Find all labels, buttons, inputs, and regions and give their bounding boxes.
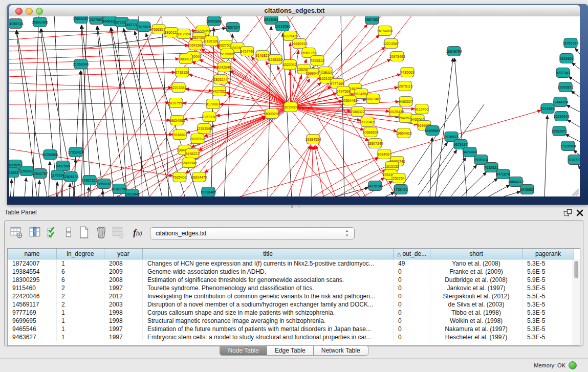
- graph-edge[interactable]: [314, 146, 324, 196]
- graph-edge[interactable]: [9, 72, 176, 77]
- table-row[interactable]: 2242004622012Investigating the contribut…: [8, 292, 580, 300]
- delete-table-trash-icon[interactable]: [95, 226, 109, 240]
- table-settings-icon[interactable]: [10, 226, 24, 240]
- table-row[interactable]: 969969511998Structural magnetic resonanc…: [8, 317, 580, 325]
- graph-edge[interactable]: [69, 183, 70, 196]
- graph-edge[interactable]: [138, 16, 142, 196]
- graph-node-label: 20691406: [32, 20, 48, 24]
- graph-edge[interactable]: [448, 165, 477, 196]
- table-cell: Franke et al. (2009): [430, 268, 522, 276]
- graph-node-label: 10807487: [365, 97, 381, 101]
- column-header-out-de-[interactable]: △out_de...: [394, 249, 430, 259]
- graph-edge[interactable]: [296, 108, 398, 132]
- graph-edge[interactable]: [9, 59, 179, 63]
- close-panel-icon[interactable]: [576, 209, 583, 216]
- column-header-title[interactable]: title: [143, 249, 394, 259]
- graph-edge[interactable]: [9, 87, 172, 91]
- graph-edge[interactable]: [567, 120, 580, 129]
- graph-edge[interactable]: [430, 137, 432, 196]
- column-header-pagerank[interactable]: pagerank: [522, 249, 574, 259]
- graph-edge[interactable]: [494, 191, 521, 196]
- import-table-disabled-icon[interactable]: [111, 226, 125, 240]
- graph-edge[interactable]: [575, 48, 580, 57]
- graph-node-label: 7632621: [484, 166, 498, 169]
- table-row[interactable]: 1830029562008Estimation of significance …: [8, 276, 580, 284]
- table-cell: 2008: [104, 276, 143, 284]
- graph-edge[interactable]: [571, 91, 580, 99]
- graph-node-label: 3684067: [377, 152, 391, 156]
- table-cell: Dudbridge et al. (2008): [430, 276, 522, 284]
- graph-edge[interactable]: [341, 16, 344, 196]
- graph-edge[interactable]: [82, 25, 104, 196]
- graph-edge[interactable]: [454, 58, 467, 196]
- graph-edge[interactable]: [25, 178, 26, 196]
- graph-node-label: 10543382: [187, 43, 203, 47]
- graph-node-label: 8471676: [496, 172, 510, 176]
- graph-edge[interactable]: [9, 119, 170, 120]
- graph-edge[interactable]: [572, 62, 580, 72]
- graph-edge[interactable]: [185, 89, 286, 106]
- graph-edge[interactable]: [437, 158, 466, 196]
- graph-edge[interactable]: [428, 150, 457, 193]
- network-canvas[interactable]: 1872400718300295193845547663822386012389…: [9, 16, 580, 196]
- graph-edge[interactable]: [9, 133, 173, 135]
- column-header-in-degree[interactable]: in_degree: [57, 249, 104, 259]
- float-panel-icon[interactable]: [563, 209, 572, 217]
- tab-node-table[interactable]: Node Table: [220, 345, 267, 356]
- graph-node-label: 1733426: [394, 188, 407, 191]
- table-vertical-scrollbar[interactable]: [573, 259, 580, 345]
- graph-edge[interactable]: [123, 29, 163, 196]
- graph-edge[interactable]: [9, 51, 241, 59]
- graph-edge[interactable]: [81, 25, 91, 196]
- graph-node-label: 15720407: [359, 120, 375, 124]
- graph-edge[interactable]: [97, 26, 127, 196]
- graph-edge[interactable]: [459, 172, 487, 196]
- column-header-name[interactable]: name: [8, 249, 57, 259]
- function-builder-icon[interactable]: f(x): [130, 226, 145, 240]
- table-row[interactable]: 1872400712008Changes of HCN gene express…: [8, 259, 580, 268]
- new-table-document-icon[interactable]: [77, 226, 92, 240]
- table-selector-combobox[interactable]: citations_edges.txt ▲▼: [150, 227, 355, 239]
- table-row[interactable]: 1938455462009Genome-wide association stu…: [8, 268, 580, 276]
- graph-node-label: 19384554: [305, 138, 321, 141]
- select-all-checks-icon[interactable]: [46, 226, 60, 240]
- column-header-short[interactable]: short: [430, 249, 522, 259]
- graph-edge[interactable]: [55, 16, 163, 196]
- graph-edge[interactable]: [418, 142, 448, 185]
- graph-node-label: 16154808: [377, 29, 393, 33]
- graph-edge[interactable]: [111, 28, 137, 196]
- table-cell: 0: [394, 292, 430, 300]
- graph-edge[interactable]: [38, 180, 39, 196]
- table-row[interactable]: 1456911722003Disruption of a novel membe…: [8, 300, 580, 309]
- graph-edge[interactable]: [135, 31, 186, 196]
- canvas-resize-grip[interactable]: [572, 189, 579, 195]
- graph-edge[interactable]: [381, 192, 395, 196]
- graph-edge[interactable]: [545, 115, 548, 196]
- graph-edge[interactable]: [49, 161, 50, 196]
- tab-edge-table[interactable]: Edge Table: [267, 345, 314, 356]
- table-row[interactable]: 911546021997Tourette syndrome. Phenomeno…: [8, 284, 580, 292]
- graph-edge[interactable]: [97, 26, 114, 196]
- graph-node-label: 19654923: [396, 132, 411, 135]
- scrollbar-thumb[interactable]: [574, 261, 578, 278]
- graph-edge[interactable]: [298, 146, 312, 196]
- graph-edge[interactable]: [10, 179, 12, 196]
- graph-edge[interactable]: [162, 16, 169, 196]
- graph-edge[interactable]: [578, 165, 580, 172]
- graph-edge[interactable]: [102, 190, 103, 196]
- network-window-titlebar[interactable]: citations_edges.txt: [9, 5, 580, 17]
- graph-edge[interactable]: [204, 110, 287, 173]
- table-cell: Structural magnetic resonance image aver…: [143, 317, 394, 325]
- table-row[interactable]: 946362711997Embryonic stem cells: a mode…: [8, 333, 580, 341]
- tab-network-table[interactable]: Network Table: [314, 345, 368, 356]
- table-row[interactable]: 946554611997Estimation of the future num…: [8, 325, 580, 333]
- graph-node-label: 8498222: [185, 152, 199, 156]
- show-columns-icon[interactable]: [28, 226, 42, 240]
- table-cell: 2: [57, 284, 104, 292]
- clear-selection-boxes-icon[interactable]: [62, 226, 76, 240]
- graph-edge[interactable]: [567, 105, 580, 114]
- memory-status-indicator-icon[interactable]: [569, 361, 577, 369]
- column-header-year[interactable]: year: [104, 249, 143, 259]
- table-row[interactable]: 977716911998Corpus callosum shape and si…: [8, 309, 580, 317]
- graph-edge[interactable]: [311, 146, 313, 196]
